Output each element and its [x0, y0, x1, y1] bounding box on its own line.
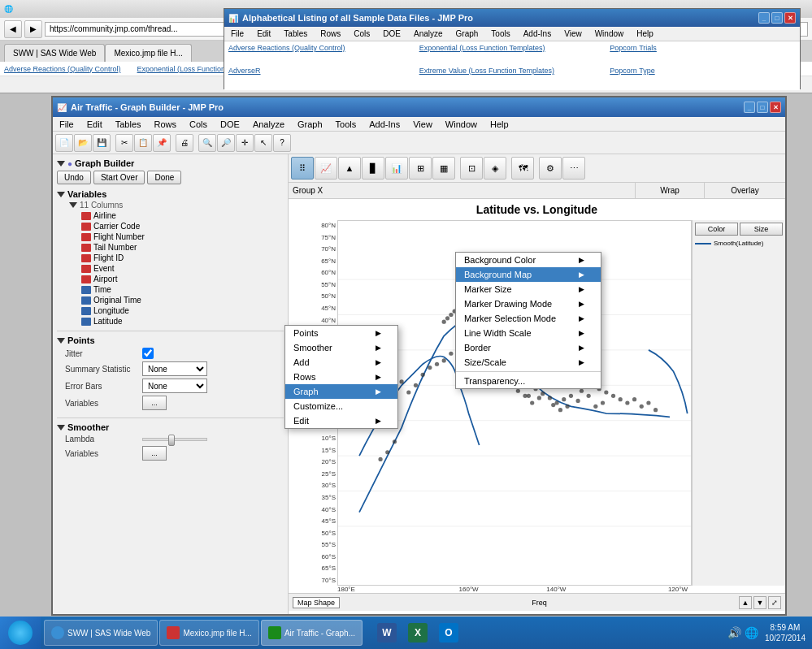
lambda-slider-thumb[interactable]: [168, 435, 175, 446]
crosshair-btn[interactable]: ✛: [236, 134, 254, 152]
nav-down-button[interactable]: ▼: [753, 596, 766, 609]
forward-button[interactable]: ▶: [24, 20, 42, 38]
taskbar-outlook[interactable]: O: [434, 620, 463, 646]
smoother-header[interactable]: Smoother: [57, 422, 284, 433]
jmp-link-adverser[interactable]: AdverseR: [226, 66, 417, 89]
jmp-listing-close[interactable]: ✕: [784, 12, 796, 24]
var-original-time[interactable]: Original Time: [81, 295, 284, 305]
close-button[interactable]: ✕: [770, 102, 781, 113]
start-button[interactable]: [0, 617, 41, 649]
summary-stat-select[interactable]: None: [142, 361, 207, 376]
points-triangle[interactable]: [57, 338, 65, 344]
jmp-listing-menu-graph[interactable]: Graph: [454, 29, 481, 38]
sub-bg-color[interactable]: Background Color ▶: [456, 253, 601, 267]
zoom-in-btn[interactable]: 🔍: [198, 134, 216, 152]
histogram-btn[interactable]: 📊: [385, 157, 408, 180]
jitter-checkbox[interactable]: [142, 348, 154, 359]
var-airline[interactable]: Airline: [81, 210, 284, 221]
violin-btn[interactable]: ◈: [484, 157, 506, 180]
menu-addins[interactable]: Add-Ins: [367, 119, 402, 129]
jmp-listing-menu-doe[interactable]: DOE: [380, 29, 403, 38]
copy-btn[interactable]: 📋: [134, 134, 152, 152]
var-flight-id[interactable]: Flight ID: [81, 253, 284, 263]
open-btn[interactable]: 📂: [74, 134, 92, 152]
sub-marker-select[interactable]: Marker Selection Mode ▶: [456, 311, 601, 326]
variables-btn-1[interactable]: ...: [142, 396, 167, 410]
ctx-graph[interactable]: Graph ▶: [285, 384, 397, 399]
jmp-link-exponential[interactable]: Exponential (Loss Function Templates): [417, 43, 608, 66]
back-button[interactable]: ◀: [4, 20, 22, 38]
map-btn[interactable]: 🗺: [511, 157, 534, 180]
error-bars-select[interactable]: None: [142, 379, 207, 393]
sub-border[interactable]: Border ▶: [456, 340, 601, 355]
ctx-edit[interactable]: Edit ▶: [285, 413, 397, 428]
jmp-listing-menu-help[interactable]: Help: [634, 29, 656, 38]
jmp-listing-menu-addins[interactable]: Add-Ins: [521, 29, 554, 38]
size-button[interactable]: Size: [740, 223, 783, 236]
sub-line-width[interactable]: Line Width Scale ▶: [456, 326, 601, 340]
line-btn[interactable]: 📈: [315, 157, 337, 180]
help-btn[interactable]: ?: [273, 134, 291, 152]
taskbar-mexico[interactable]: Mexico.jmp file H...: [159, 620, 258, 646]
area-btn[interactable]: ▲: [338, 157, 361, 180]
menu-doe[interactable]: DOE: [218, 119, 242, 129]
undo-button[interactable]: Undo: [57, 171, 91, 184]
var-tail-number[interactable]: Tail Number: [81, 242, 284, 253]
taskbar-word[interactable]: W: [372, 620, 402, 646]
jmp-listing-minimize[interactable]: _: [758, 12, 770, 24]
sub-marker-size[interactable]: Marker Size ▶: [456, 282, 601, 296]
columns-triangle[interactable]: [69, 202, 77, 208]
jmp-listing-menu-tables[interactable]: Tables: [281, 29, 310, 38]
menu-cols[interactable]: Cols: [187, 119, 210, 129]
jmp-listing-menu-tools[interactable]: Tools: [489, 29, 512, 38]
var-flight-number[interactable]: Flight Number: [81, 231, 284, 242]
ctx-points[interactable]: Points ▶: [285, 326, 397, 340]
select-btn[interactable]: ↖: [254, 134, 272, 152]
taskbar-browser[interactable]: SWW | SAS Wide Web: [44, 620, 158, 646]
bar-btn[interactable]: ▊: [362, 157, 384, 180]
sub-bg-map[interactable]: Background Map ▶: [456, 267, 601, 282]
menu-file[interactable]: File: [57, 119, 76, 129]
box-btn[interactable]: ⊡: [460, 157, 483, 180]
paste-btn[interactable]: 📌: [153, 134, 171, 152]
print-btn[interactable]: 🖨: [176, 134, 193, 152]
color-button[interactable]: Color: [695, 223, 738, 236]
treemap-btn[interactable]: ⊞: [409, 157, 432, 180]
map-shape-button[interactable]: Map Shape: [293, 597, 340, 608]
sub-transparency[interactable]: Transparency...: [456, 374, 601, 388]
jmp-listing-menu-cols[interactable]: Cols: [351, 29, 372, 38]
taskbar-graph-builder[interactable]: Air Traffic - Graph...: [261, 620, 363, 646]
panel-collapse-triangle[interactable]: [57, 161, 65, 167]
jmp-listing-menu-rows[interactable]: Rows: [318, 29, 343, 38]
jmp-listing-menu-analyze[interactable]: Analyze: [411, 29, 445, 38]
menu-help[interactable]: Help: [488, 119, 511, 129]
scatter-btn[interactable]: ⠿: [291, 157, 314, 180]
menu-window[interactable]: Window: [443, 119, 480, 129]
minimize-button[interactable]: _: [744, 102, 755, 113]
browser-link-1[interactable]: Adverse Reactions (Quality Control): [4, 65, 121, 73]
heatmap-btn[interactable]: ▦: [432, 157, 455, 180]
jmp-link-extreme[interactable]: Extreme Value (Loss Function Templates): [417, 66, 608, 89]
menu-tables[interactable]: Tables: [113, 119, 144, 129]
save-btn[interactable]: 💾: [93, 134, 111, 152]
ctx-smoother[interactable]: Smoother ▶: [285, 340, 397, 355]
menu-view[interactable]: View: [410, 119, 435, 129]
ctx-rows[interactable]: Rows ▶: [285, 370, 397, 384]
points-header[interactable]: Points: [57, 335, 284, 346]
var-airport[interactable]: Airport: [81, 274, 284, 284]
sub-size-scale[interactable]: Size/Scale ▶: [456, 355, 601, 370]
jmp-listing-maximize[interactable]: □: [771, 12, 783, 24]
jmp-listing-menu-window[interactable]: Window: [593, 29, 627, 38]
nav-up-button[interactable]: ▲: [739, 596, 752, 609]
menu-graph[interactable]: Graph: [295, 119, 325, 129]
settings-btn[interactable]: ⚙: [539, 157, 562, 180]
zoom-out-btn[interactable]: 🔎: [217, 134, 235, 152]
browser-tab-2[interactable]: Mexico.jmp file H...: [105, 44, 191, 62]
var-latitude[interactable]: Latitude: [81, 316, 284, 327]
ctx-add[interactable]: Add ▶: [285, 355, 397, 370]
taskbar-excel[interactable]: X: [403, 620, 432, 646]
start-over-button[interactable]: Start Over: [93, 171, 145, 184]
menu-rows[interactable]: Rows: [152, 119, 180, 129]
variables-triangle[interactable]: [57, 192, 65, 197]
browser-tab-1[interactable]: SWW | SAS Wide Web: [4, 44, 105, 62]
